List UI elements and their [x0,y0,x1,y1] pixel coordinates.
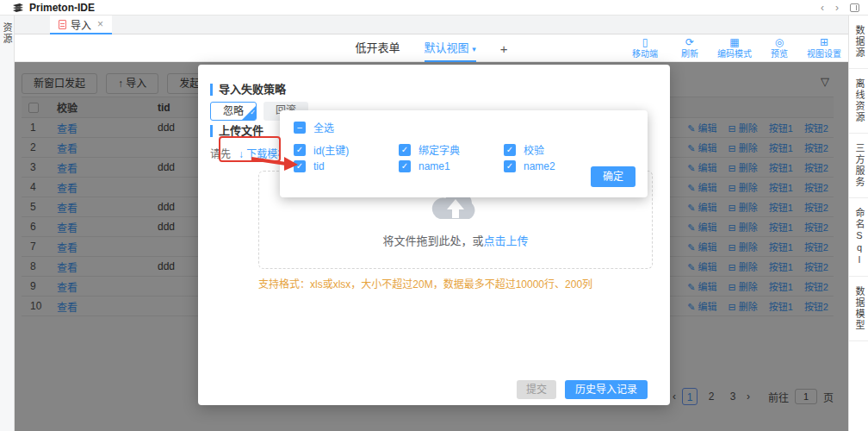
view-settings-button[interactable]: ⊞视图设置 [805,36,843,60]
preview-button[interactable]: ◎预览 [760,36,798,60]
preview-icon: ◎ [760,36,798,49]
left-sidebar: 资源 [0,16,15,431]
field-select-popup: – 全选 ✓id(主键)✓绑定字典✓校验✓tid✓name1✓name2 确定 [280,110,648,197]
toolbar: 低开表单 默认视图 ▾ + ▯移动端⟳刷新▦编码模式◎预览⊞视图设置 [15,34,848,62]
select-all-label: 全选 [313,120,334,134]
add-view-button[interactable]: + [500,41,508,56]
code-mode-icon: ▦ [716,36,753,49]
refresh-button[interactable]: ⟳刷新 [671,36,709,60]
checkbox-checked-icon[interactable]: ✓ [504,160,516,172]
format-hint: 支持格式：xls或xlsx，大小不超过20M，数据最多不超过10000行、200… [258,276,592,290]
check-icon: ✓ [250,104,256,121]
checkbox-checked-icon[interactable]: ✓ [399,144,411,156]
tab-label: 导入 [71,17,91,32]
toolbar-button-label: 预览 [771,49,788,59]
toolbar-button-label: 刷新 [681,49,698,59]
checkbox-label: name2 [524,160,555,172]
tab-default-view[interactable]: 默认视图 ▾ [425,34,476,62]
toolbar-right: ▯移动端⟳刷新▦编码模式◎预览⊞视图设置 [626,36,843,60]
field-checkbox-item[interactable]: ✓tid [294,160,399,172]
mobile-icon: ▯ [626,36,664,49]
sidebar-item[interactable]: 命名Sql [849,198,868,277]
field-checkbox-item[interactable]: ✓绑定字典 [399,142,504,157]
sidebar-item[interactable]: 数据源 [849,16,868,69]
toolbar-button-label: 视图设置 [807,49,841,59]
code-mode-button[interactable]: ▦编码模式 [716,36,753,60]
checkbox-indeterminate-icon[interactable]: – [294,122,306,134]
toolbar-button-label: 移动端 [632,49,658,59]
app-logo-icon [12,3,24,13]
field-checkbox-item[interactable]: ✓id(主键) [294,142,399,157]
app-title: Primeton-IDE [29,2,95,14]
checkbox-label: id(主键) [313,142,349,157]
nav-back-icon[interactable]: ‹ [821,2,824,14]
annotation-arrow-icon [250,154,300,173]
confirm-button[interactable]: 确定 [591,166,636,187]
checkbox-label: 绑定字典 [418,142,460,157]
sidebar-item[interactable]: 数据模型 [849,277,868,341]
sidebar-item[interactable]: 离线资源 [849,69,868,134]
submit-button[interactable]: 提交 [517,380,556,399]
toolbar-button-label: 编码模式 [717,49,752,59]
checkbox-row: ✓id(主键)✓绑定字典✓校验 [294,142,609,157]
field-checkbox-item[interactable]: ✓校验 [504,142,609,157]
tabbar: 导入 × [15,16,848,34]
checkbox-checked-icon[interactable]: ✓ [504,144,516,156]
nav-forward-icon[interactable]: › [835,2,839,14]
checkbox-label: tid [313,160,325,172]
select-all-item[interactable]: – 全选 [294,120,334,134]
strategy-tab-ignore[interactable]: 忽略 ✓ [210,102,257,121]
history-import-button[interactable]: 历史导入记录 [565,380,648,399]
layout-toggle-icon[interactable] [850,3,859,12]
chevron-down-icon: ▾ [472,45,476,53]
close-icon[interactable]: × [97,18,103,30]
tab-low-code-form[interactable]: 低开表单 [356,34,400,62]
mobile-button[interactable]: ▯移动端 [626,36,664,60]
checkbox-label: name1 [418,160,450,172]
primeton-ide-window: Primeton-IDE ‹ › 资源 数据源离线资源三方服务命名Sql数据模型… [0,0,868,431]
refresh-icon: ⟳ [671,36,709,49]
view-settings-icon: ⊞ [805,36,843,49]
tab-import[interactable]: 导入 × [50,16,112,34]
checkbox-row: ✓tid✓name1✓name2 [294,160,609,172]
right-sidebar: 数据源离线资源三方服务命名Sql数据模型 [848,16,868,431]
document-icon [59,20,66,29]
click-upload-link[interactable]: 点击上传 [484,234,529,247]
section-title-upload-file: 上传文件 [210,125,264,137]
field-checkbox-item[interactable]: ✓name1 [399,160,504,172]
titlebar: Primeton-IDE ‹ › [0,0,868,16]
checkbox-checked-icon[interactable]: ✓ [399,160,411,172]
sidebar-item[interactable]: 三方服务 [849,134,868,198]
checkbox-label: 校验 [524,142,544,157]
dropzone-text: 将文件拖到此处，或 [382,234,483,247]
section-title-failure-strategy: 导入失败策略 [210,84,286,96]
sidebar-item-resources[interactable]: 资源 [0,22,14,45]
